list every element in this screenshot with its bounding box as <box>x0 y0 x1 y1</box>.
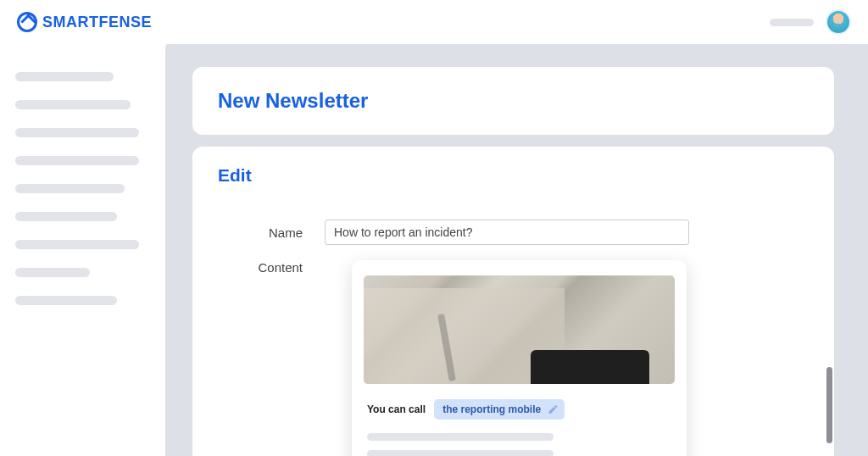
sidebar-item[interactable] <box>15 212 117 221</box>
sidebar-item[interactable] <box>15 296 117 305</box>
name-input[interactable] <box>325 220 689 245</box>
page-title-card: New Newsletter <box>192 67 834 135</box>
preview-text-placeholder <box>367 433 554 441</box>
page-title: New Newsletter <box>218 89 809 113</box>
preview-image <box>364 275 675 384</box>
variable-chip[interactable]: the reporting mobile <box>434 399 565 420</box>
user-avatar[interactable] <box>826 9 851 35</box>
content-label: Content <box>218 260 303 456</box>
section-title: Edit <box>218 165 809 186</box>
sidebar-item[interactable] <box>15 268 90 277</box>
preview-text-placeholder <box>367 450 554 456</box>
edit-icon[interactable] <box>548 404 559 415</box>
main-content: New Newsletter Edit Name Content You can… <box>165 40 868 456</box>
variable-chip-text: the reporting mobile <box>442 403 541 415</box>
brand-logo-icon <box>17 12 37 32</box>
edit-card: Edit Name Content You can call the repor… <box>192 147 834 456</box>
brand-logo[interactable]: SMARTFENSE <box>17 12 152 32</box>
sidebar-item[interactable] <box>15 184 125 193</box>
scrollbar-thumb[interactable] <box>826 367 832 443</box>
sidebar-item[interactable] <box>15 156 139 165</box>
sidebar-item[interactable] <box>15 72 114 81</box>
sidebar-item[interactable] <box>15 128 139 137</box>
preview-call-prefix: You can call <box>367 403 426 415</box>
brand-logo-text: SMARTFENSE <box>42 14 152 31</box>
name-label: Name <box>218 225 303 240</box>
content-editor-preview[interactable]: You can call the reporting mobile <box>352 260 687 456</box>
sidebar-item[interactable] <box>15 240 139 249</box>
sidebar-item[interactable] <box>15 100 131 109</box>
sidebar-nav <box>15 72 147 305</box>
topbar-placeholder <box>770 19 814 26</box>
